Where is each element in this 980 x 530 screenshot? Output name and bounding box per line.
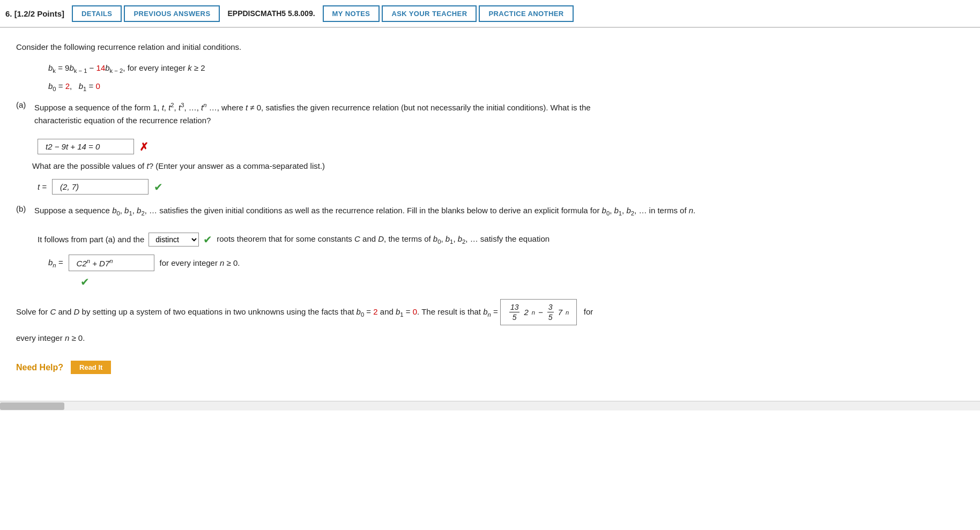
practice-another-button[interactable]: PRACTICE ANOTHER xyxy=(479,5,573,22)
main-content: Consider the following recurrence relati… xyxy=(0,28,751,390)
characteristic-equation-answer[interactable]: t2 − 9t + 14 = 0 xyxy=(38,139,134,154)
bn-suffix: for every integer n ≥ 0. xyxy=(160,258,240,267)
frac-3-5: 3 5 xyxy=(547,302,554,322)
part-a-answer-wrapper: t2 − 9t + 14 = 0 ✗ xyxy=(38,139,734,154)
wrong-icon: ✗ xyxy=(139,140,149,153)
bn-formula-row: bn = C2n + D7n for every integer n ≥ 0. xyxy=(48,255,734,271)
scroll-thumb[interactable] xyxy=(0,402,64,410)
my-notes-button[interactable]: MY NOTES xyxy=(323,5,380,22)
line1-before: It follows from part (a) and the xyxy=(38,233,144,246)
scroll-bar-area[interactable] xyxy=(0,401,980,410)
recurrence-line: bk = 9bk − 1 − 14bk − 2, for every integ… xyxy=(48,60,734,77)
read-it-button[interactable]: Read It xyxy=(71,361,111,374)
correct-icon: ✔ xyxy=(154,181,163,193)
ask-teacher-button[interactable]: ASK YOUR TEACHER xyxy=(382,5,477,22)
part-a-text: Suppose a sequence of the form 1, t, t2,… xyxy=(34,100,591,127)
part-b-text: Suppose a sequence b0, b1, b2, … satisfi… xyxy=(34,204,695,218)
roots-type-dropdown[interactable]: distinct repeated complex xyxy=(149,233,199,247)
bn-check-wrapper: ✔ xyxy=(80,275,734,288)
initial-conditions: b0 = 2, b1 = 0 xyxy=(48,78,100,95)
frac-13-5: 13 5 xyxy=(509,302,520,322)
recurrence-formula: bk = 9bk − 1 − 14bk − 2, for every integ… xyxy=(48,60,205,77)
need-help-label: Need Help? xyxy=(16,363,63,372)
part-b-label: (b) xyxy=(16,204,28,225)
distinct-roots-line: It follows from part (a) and the distinc… xyxy=(38,231,734,248)
top-navigation-bar: 6. [1.2/2 Points] DETAILS PREVIOUS ANSWE… xyxy=(0,0,980,28)
part-a-row: (a) Suppose a sequence of the form 1, t,… xyxy=(16,100,734,133)
t-prefix: t = xyxy=(38,182,47,191)
need-help-section: Need Help? Read It xyxy=(16,361,734,374)
recurrence-block: bk = 9bk − 1 − 14bk − 2, for every integ… xyxy=(48,60,734,95)
t-answer-wrapper: t = (2, 7) ✔ xyxy=(38,179,734,195)
part-b-row: (b) Suppose a sequence b0, b1, b2, … sat… xyxy=(16,204,734,225)
dropdown-correct-icon: ✔ xyxy=(203,231,212,248)
t-values-answer[interactable]: (2, 7) xyxy=(52,179,149,195)
bn-prefix: bn = xyxy=(48,258,63,268)
part-a-label: (a) xyxy=(16,100,28,133)
solve-cd-line: Solve for C and D by setting up a system… xyxy=(16,299,734,325)
course-code: EPPDISCMATH5 5.8.009. xyxy=(227,9,315,18)
line1-after: roots theorem that for some constants C … xyxy=(217,233,550,247)
result-formula-answer[interactable]: 13 5 2n − 3 5 7n xyxy=(500,299,577,325)
details-button[interactable]: DETAILS xyxy=(72,5,122,22)
t-values-question: What are the possible values of t? (Ente… xyxy=(32,160,734,173)
every-integer-line: every integer n ≥ 0. xyxy=(16,332,734,345)
bn-formula-answer[interactable]: C2n + D7n xyxy=(69,255,154,271)
initial-conditions-line: b0 = 2, b1 = 0 xyxy=(48,78,734,95)
bn-correct-icon: ✔ xyxy=(80,276,90,288)
question-label: 6. [1.2/2 Points] xyxy=(5,9,64,18)
problem-intro: Consider the following recurrence relati… xyxy=(16,41,734,54)
previous-answers-button[interactable]: PREVIOUS ANSWERS xyxy=(124,5,220,22)
